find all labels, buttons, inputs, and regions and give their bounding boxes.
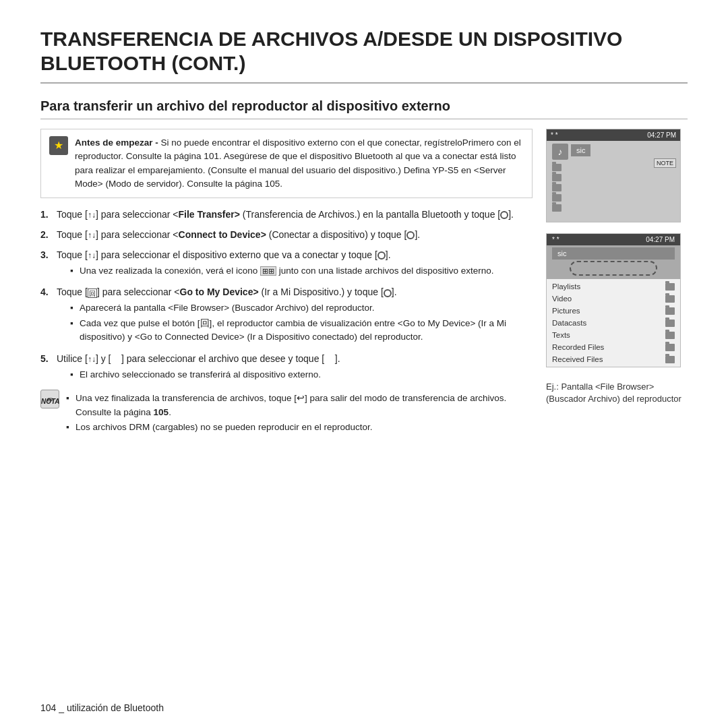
step-2-content: Toque [↑↓] para seleccionar <Connect to … — [57, 228, 533, 242]
step-5: 5. Utilice [↑↓] y [ ] para seleccionar e… — [40, 352, 533, 383]
screen-1-tab: sic — [571, 144, 590, 156]
step-5-num: 5. — [40, 352, 53, 383]
folder-icon-pictures — [665, 307, 675, 315]
screen-2-dashed-area: sic — [547, 245, 680, 279]
step-3-num: 3. — [40, 248, 53, 279]
screen-1-note: NOTE — [654, 158, 676, 168]
page-suffix: _ utilización de Bluetooth — [59, 702, 164, 713]
screen-2-row-playlists: Playlists — [547, 280, 680, 293]
screen-1-body: ♪ sic NOTE — [547, 141, 680, 222]
note-text: Antes de empezar - Si no puede encontrar… — [75, 136, 524, 191]
folder-icon-texts — [665, 332, 675, 339]
screen-2: * * 04:27 PM sic Playlists Video — [546, 233, 681, 367]
screen-1-top: ♪ sic NOTE — [552, 144, 675, 160]
device-symbol: ♪ — [558, 146, 563, 157]
screen-2-video-label: Video — [552, 295, 572, 303]
text-column: ★ Antes de empezar - Si no puede encontr… — [40, 129, 533, 435]
screen-2-row-recorded: Recorded Files — [547, 341, 680, 353]
step-3-bullet-1: Una vez realizada la conexión, verá el i… — [70, 264, 533, 278]
page-num: 104 — [40, 702, 56, 713]
step-4-content: Toque [回] para seleccionar <Go to My Dev… — [57, 285, 533, 345]
nota-label: NOTA — [41, 396, 59, 406]
step-4-bullet-2: Cada vez que pulse el botón [回], el repr… — [70, 317, 533, 344]
screen-1-header-left: * * — [551, 131, 558, 139]
page: TRANSFERENCIA DE ARCHIVOS A/DESDE UN DIS… — [0, 0, 728, 728]
page-number: 104 _ utilización de Bluetooth — [40, 702, 164, 713]
note-box: ★ Antes de empezar - Si no puede encontr… — [40, 129, 533, 198]
steps-list: 1. Toque [↑↓] para seleccionar <File Tra… — [40, 208, 533, 345]
folder-icon-playlists — [665, 283, 675, 291]
screen-2-tab: sic — [552, 247, 675, 260]
screen-2-recorded-label: Recorded Files — [552, 343, 604, 351]
screen-2-header: * * 04:27 PM — [547, 234, 680, 245]
screen-1-row-3 — [552, 183, 675, 193]
step-5-content: Utilice [↑↓] y [ ] para seleccionar el a… — [57, 352, 340, 383]
screen-2-row-received: Received Files — [547, 353, 680, 365]
screen-2-datacasts-label: Datacasts — [552, 319, 586, 327]
screen-2-oval — [570, 261, 657, 276]
screen-1: * * 04:27 PM ♪ sic NOTE — [546, 129, 681, 222]
folder-icon-video — [665, 295, 675, 303]
step-3-bullets: Una vez realizada la conexión, verá el i… — [70, 264, 533, 278]
screen-1-row-2 — [552, 173, 675, 183]
nota-icon-wrapper: ✏ NOTA — [40, 390, 59, 435]
screen-2-texts-label: Texts — [552, 331, 570, 339]
step-1-content: Toque [↑↓] para seleccionar <File Transf… — [57, 208, 533, 222]
folder-icon-received — [665, 356, 675, 363]
nota-box: ✏ NOTA Una vez finalizada la transferenc… — [40, 390, 533, 435]
note-prefix: Antes de empezar - — [75, 138, 158, 148]
right-column: * * 04:27 PM ♪ sic NOTE — [546, 129, 688, 435]
screen-1-header-right: 04:27 PM — [647, 131, 676, 139]
screen-1-row-4 — [552, 193, 675, 203]
nota-bullets: Una vez finalizada la transferencia de a… — [66, 392, 533, 434]
nota-icon: ✏ NOTA — [40, 390, 59, 408]
screen-2-pictures-label: Pictures — [552, 307, 580, 315]
nota-bullet-1: Una vez finalizada la transferencia de a… — [66, 392, 533, 419]
main-title: TRANSFERENCIA DE ARCHIVOS A/DESDE UN DIS… — [40, 27, 688, 84]
screen-1-device-icon: ♪ — [552, 144, 568, 160]
screen-2-playlists-label: Playlists — [552, 282, 580, 291]
step-1: 1. Toque [↑↓] para seleccionar <File Tra… — [40, 208, 533, 222]
screen-1-row-5 — [552, 203, 675, 213]
screen-2-header-left: * * — [552, 236, 559, 243]
caption: Ej.: Pantalla <File Browser> (Buscador A… — [546, 381, 688, 405]
step-5-bullet-1: El archivo seleccionado se transferirá a… — [70, 368, 340, 382]
folder-icon-5 — [552, 204, 562, 212]
step-2-num: 2. — [40, 228, 53, 242]
screen-2-row-video: Video — [547, 293, 680, 305]
screen-1-header: * * 04:27 PM — [547, 129, 680, 141]
step-5-bullets: El archivo seleccionado se transferirá a… — [70, 368, 340, 382]
nota-bullet-2: Los archivos DRM (cargables) no se puede… — [66, 421, 533, 434]
section-title: Para transferir un archivo del reproduct… — [40, 97, 688, 119]
folder-icon-3 — [552, 184, 562, 191]
screen-2-header-right: 04:27 PM — [646, 236, 675, 243]
folder-icon-datacasts — [665, 320, 675, 327]
screen-2-body: Playlists Video Pictures Datacasts — [547, 279, 680, 367]
screen-1-content-area: sic NOTE — [571, 144, 675, 159]
step-2: 2. Toque [↑↓] para seleccionar <Connect … — [40, 228, 533, 242]
step-4-bullets: Aparecerá la pantalla <File Browser> (Bu… — [70, 301, 533, 344]
step-3: 3. Toque [↑↓] para seleccionar el dispos… — [40, 248, 533, 279]
screen-2-received-label: Received Files — [552, 355, 603, 363]
nota-text: Una vez finalizada la transferencia de a… — [66, 390, 533, 435]
step-1-num: 1. — [40, 208, 53, 222]
star-icon: ★ — [49, 136, 68, 155]
folder-icon-recorded — [665, 344, 675, 351]
content-area: ★ Antes de empezar - Si no puede encontr… — [40, 129, 688, 435]
step-4-bullet-1: Aparecerá la pantalla <File Browser> (Bu… — [70, 301, 533, 315]
step-5-row: 5. Utilice [↑↓] y [ ] para seleccionar e… — [40, 352, 533, 383]
screen-2-row-texts: Texts — [547, 329, 680, 341]
step-4: 4. Toque [回] para seleccionar <Go to My … — [40, 285, 533, 345]
screen-2-row-datacasts: Datacasts — [547, 317, 680, 329]
folder-icon-1 — [552, 164, 562, 171]
step-3-content: Toque [↑↓] para seleccionar el dispositi… — [57, 248, 533, 279]
screen-2-row-pictures: Pictures — [547, 305, 680, 317]
step-4-num: 4. — [40, 285, 53, 345]
folder-icon-4 — [552, 194, 562, 202]
folder-icon-2 — [552, 174, 562, 181]
